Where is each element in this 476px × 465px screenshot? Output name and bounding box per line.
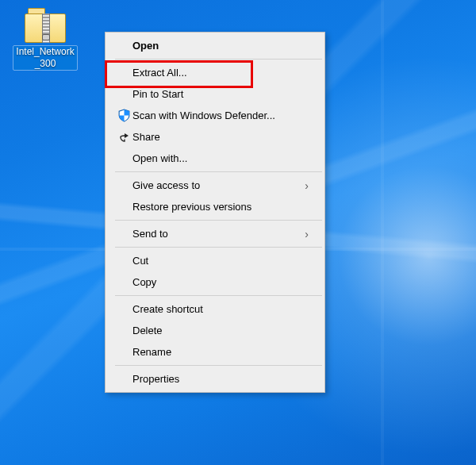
blank-icon (115, 66, 132, 80)
menu-item-share[interactable]: Share (107, 126, 323, 148)
menu-item-open-with[interactable]: Open with... (107, 148, 323, 169)
menu-separator (115, 171, 322, 172)
menu-item-send-to[interactable]: Send to › (107, 223, 323, 244)
menu-item-label: Properties (132, 373, 309, 385)
menu-item-defender[interactable]: Scan with Windows Defender... (107, 105, 323, 126)
defender-shield-icon (115, 109, 132, 123)
blank-icon (115, 372, 132, 386)
blank-icon (115, 87, 132, 102)
menu-item-label: Open (132, 40, 309, 52)
menu-item-pin-to-start[interactable]: Pin to Start (107, 83, 323, 105)
menu-item-label: Pin to Start (132, 88, 309, 100)
blank-icon (115, 345, 132, 359)
menu-item-label: Restore previous versions (132, 201, 309, 213)
menu-item-label: Extract All... (132, 67, 309, 79)
menu-item-extract-all[interactable]: Extract All... (107, 62, 323, 83)
chevron-right-icon: › (305, 179, 309, 192)
desktop-icon-zip[interactable]: Intel_Network_300 (13, 8, 77, 70)
menu-item-label: Delete (132, 325, 309, 336)
blank-icon (115, 152, 132, 166)
context-menu: Open Extract All... Pin to Start Scan wi… (105, 32, 325, 393)
menu-item-give-access[interactable]: Give access to › (107, 175, 323, 196)
menu-item-restore-previous[interactable]: Restore previous versions (107, 196, 323, 217)
menu-item-label: Share (132, 131, 309, 143)
blank-icon (115, 324, 132, 338)
menu-item-label: Scan with Windows Defender... (132, 110, 309, 121)
menu-item-delete[interactable]: Delete (107, 320, 323, 341)
menu-item-label: Send to (132, 228, 298, 240)
menu-item-label: Cut (132, 255, 309, 267)
menu-separator (115, 59, 322, 60)
menu-separator (115, 247, 322, 248)
share-icon (115, 130, 132, 144)
blank-icon (115, 200, 132, 214)
blank-icon (115, 302, 132, 317)
menu-item-copy[interactable]: Copy (107, 271, 323, 293)
desktop-icon-label: Intel_Network_300 (13, 46, 77, 70)
menu-separator (115, 220, 322, 221)
menu-item-cut[interactable]: Cut (107, 250, 323, 271)
menu-item-rename[interactable]: Rename (107, 341, 323, 363)
menu-item-create-shortcut[interactable]: Create shortcut (107, 298, 323, 320)
blank-icon (115, 179, 132, 193)
menu-item-label: Copy (132, 276, 309, 288)
menu-item-label: Create shortcut (132, 303, 309, 315)
blank-icon (115, 254, 132, 268)
menu-item-properties[interactable]: Properties (107, 368, 323, 390)
menu-item-label: Open with... (132, 152, 309, 164)
zip-folder-icon (25, 8, 66, 43)
blank-icon (115, 39, 132, 53)
blank-icon (115, 275, 132, 290)
menu-item-label: Rename (132, 346, 309, 358)
chevron-right-icon: › (305, 228, 309, 240)
menu-item-open[interactable]: Open (107, 35, 323, 56)
menu-item-label: Give access to (132, 179, 298, 191)
menu-separator (115, 295, 322, 296)
menu-separator (115, 365, 322, 366)
blank-icon (115, 227, 132, 241)
